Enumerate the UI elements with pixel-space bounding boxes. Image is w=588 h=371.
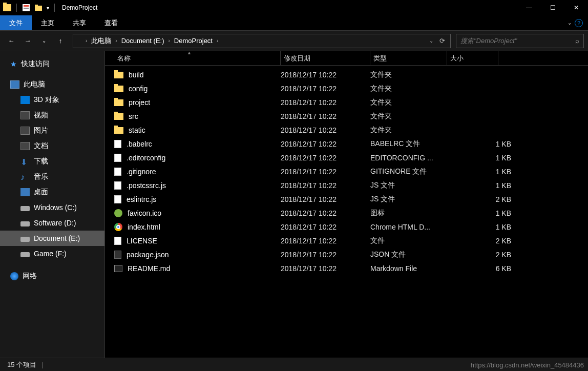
tab-view[interactable]: 查看 xyxy=(95,15,127,30)
file-icon xyxy=(114,154,121,162)
tab-share[interactable]: 共享 xyxy=(64,15,95,30)
file-row[interactable]: LICENSE2018/12/17 10:22文件2 KB xyxy=(105,234,588,248)
separator: | xyxy=(41,361,43,368)
chevron-right-icon[interactable]: › xyxy=(113,38,119,44)
tab-home[interactable]: 主页 xyxy=(32,15,64,30)
file-type: Markdown File xyxy=(370,264,470,273)
sidebar-item[interactable]: ♪音乐 xyxy=(0,169,104,184)
address-bar[interactable]: › 此电脑 › Document (E:) › DemoProject › ⌄ … xyxy=(73,34,451,48)
file-row[interactable]: .babelrc2018/12/17 10:22BABELRC 文件1 KB xyxy=(105,137,588,151)
address-dropdown-icon[interactable]: ⌄ xyxy=(426,38,436,44)
file-row[interactable]: favicon.ico2018/12/17 10:22图标1 KB xyxy=(105,206,588,220)
file-row[interactable]: config2018/12/17 10:22文件夹 xyxy=(105,81,588,95)
sidebar-network[interactable]: 网络 xyxy=(0,269,104,284)
sidebar-this-pc[interactable]: 此电脑 xyxy=(0,77,104,92)
maximize-button[interactable]: ☐ xyxy=(541,0,564,15)
file-row[interactable]: index.html2018/12/17 10:22Chrome HTML D.… xyxy=(105,220,588,234)
history-dropdown[interactable]: ⌄ xyxy=(37,34,51,48)
help-icon[interactable]: ? xyxy=(575,19,583,27)
file-size: 1 KB xyxy=(470,168,511,176)
back-button[interactable]: ← xyxy=(4,34,18,48)
forward-button[interactable]: → xyxy=(20,34,35,48)
breadcrumb-folder[interactable]: DemoProject xyxy=(172,37,215,45)
file-size: 1 KB xyxy=(470,154,511,162)
file-type: 文件夹 xyxy=(370,70,470,79)
file-name: .gitignore xyxy=(127,168,156,176)
sidebar-item[interactable]: Document (E:) xyxy=(0,231,104,246)
new-folder-icon[interactable] xyxy=(34,4,43,12)
drive-icon xyxy=(20,237,30,242)
file-date: 2018/12/17 10:22 xyxy=(281,126,370,134)
file-date: 2018/12/17 10:22 xyxy=(281,71,370,79)
column-size[interactable]: 大小 xyxy=(447,51,498,65)
file-row[interactable]: static2018/12/17 10:22文件夹 xyxy=(105,123,588,137)
file-date: 2018/12/17 10:22 xyxy=(281,251,370,259)
sidebar-quick-access[interactable]: ★ 快速访问 xyxy=(0,56,104,72)
file-row[interactable]: project2018/12/17 10:22文件夹 xyxy=(105,95,588,109)
column-type[interactable]: 类型 xyxy=(370,51,447,65)
column-headers: ▲ 名称 修改日期 类型 大小 xyxy=(105,51,588,66)
file-name: favicon.ico xyxy=(128,209,161,217)
column-name[interactable]: 名称 xyxy=(114,51,281,65)
file-icon xyxy=(114,168,121,176)
file-row[interactable]: package.json2018/12/17 10:22JSON 文件2 KB xyxy=(105,248,588,261)
search-box[interactable]: ⌕ xyxy=(456,34,584,48)
file-date: 2018/12/17 10:22 xyxy=(281,195,370,203)
file-type: GITIGNORE 文件 xyxy=(370,167,470,176)
search-icon[interactable]: ⌕ xyxy=(575,37,579,45)
network-icon xyxy=(10,272,18,280)
file-name: static xyxy=(129,126,145,134)
search-input[interactable] xyxy=(460,37,575,45)
file-name: package.json xyxy=(127,251,169,259)
chevron-right-icon[interactable]: › xyxy=(83,38,89,44)
svg-rect-3 xyxy=(35,6,42,11)
refresh-icon[interactable]: ⟳ xyxy=(436,37,448,45)
file-type: BABELRC 文件 xyxy=(370,139,470,149)
file-row[interactable]: .editorconfig2018/12/17 10:22EDITORCONFI… xyxy=(105,151,588,164)
sidebar-item-label: 下载 xyxy=(34,157,48,166)
sidebar-item[interactable]: Windows (C:) xyxy=(0,200,104,215)
breadcrumb-this-pc[interactable]: 此电脑 xyxy=(89,36,113,46)
file-row[interactable]: .postcssrc.js2018/12/17 10:22JS 文件1 KB xyxy=(105,178,588,192)
sidebar-item-label: 视频 xyxy=(34,111,48,120)
sidebar-item[interactable]: 视频 xyxy=(0,108,104,123)
ribbon-expand-icon[interactable]: ⌄ xyxy=(568,20,572,26)
sidebar-item[interactable]: 文档 xyxy=(0,138,104,154)
chevron-right-icon[interactable]: › xyxy=(215,38,220,44)
file-size: 2 KB xyxy=(470,251,511,259)
js-icon xyxy=(114,181,121,190)
file-date: 2018/12/17 10:22 xyxy=(281,112,370,120)
separator xyxy=(54,4,55,12)
file-row[interactable]: eslintrc.js2018/12/17 10:22JS 文件2 KB xyxy=(105,192,588,206)
file-row[interactable]: src2018/12/17 10:22文件夹 xyxy=(105,109,588,123)
file-size: 1 KB xyxy=(470,181,511,190)
sidebar-item-label: 3D 对象 xyxy=(34,95,59,105)
sidebar-item[interactable]: Software (D:) xyxy=(0,215,104,231)
close-button[interactable]: ✕ xyxy=(564,0,588,15)
sidebar-item[interactable]: 图片 xyxy=(0,123,104,138)
properties-icon[interactable] xyxy=(22,4,30,12)
qat-dropdown-icon[interactable]: ▾ xyxy=(47,5,49,11)
sidebar-item[interactable]: 3D 对象 xyxy=(0,92,104,108)
svg-rect-4 xyxy=(35,5,38,6)
column-date[interactable]: 修改日期 xyxy=(281,51,370,65)
minimize-button[interactable]: — xyxy=(517,0,541,15)
chevron-right-icon[interactable]: › xyxy=(166,38,172,44)
pic-icon xyxy=(20,127,30,135)
navbar: ← → ⌄ ↑ › 此电脑 › Document (E:) › DemoProj… xyxy=(0,31,588,51)
file-row[interactable]: build2018/12/17 10:22文件夹 xyxy=(105,68,588,81)
up-button[interactable]: ↑ xyxy=(53,34,68,48)
file-row[interactable]: .gitignore2018/12/17 10:22GITIGNORE 文件1 … xyxy=(105,164,588,178)
sidebar-item[interactable]: ⬇下载 xyxy=(0,154,104,169)
file-name: build xyxy=(129,71,144,79)
sidebar-item[interactable]: 桌面 xyxy=(0,184,104,200)
json-icon xyxy=(114,251,121,259)
breadcrumb-drive[interactable]: Document (E:) xyxy=(119,37,166,45)
chrome-icon xyxy=(114,223,122,231)
tab-file[interactable]: 文件 xyxy=(0,15,32,30)
file-name: .babelrc xyxy=(127,140,152,148)
file-row[interactable]: README.md2018/12/17 10:22Markdown File6 … xyxy=(105,261,588,275)
file-type: 文件夹 xyxy=(370,112,470,121)
file-size: 2 KB xyxy=(470,237,511,245)
sidebar-item[interactable]: Game (F:) xyxy=(0,246,104,261)
